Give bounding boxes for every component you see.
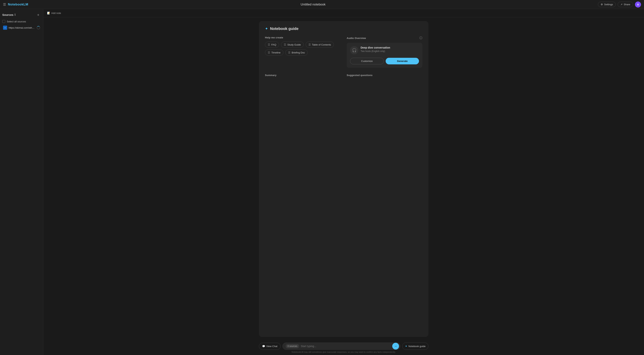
chat-bar-wrapper: 💬 View Chat 0 sources → ✦ Notebook guide… (43, 341, 644, 355)
briefing-doc-icon: ☰ (288, 51, 290, 54)
topbar-left: ☰ NotebookLM (3, 2, 28, 6)
chip-timeline-label: Timeline (271, 51, 280, 54)
audio-card-title: Deep dive conversation (360, 46, 419, 49)
chip-briefing-doc[interactable]: ☰ Briefing Doc (285, 49, 308, 55)
summary-label: Summary (265, 74, 341, 77)
help-me-create-label: Help me create (265, 36, 341, 39)
loading-spinner (37, 26, 40, 29)
audio-card-actions: Customize Generate (350, 58, 419, 64)
generate-button[interactable]: Generate (386, 58, 419, 64)
audio-overview-label: Audio Overview (347, 37, 366, 39)
chat-input[interactable] (301, 343, 392, 350)
audio-card-subtitle: Two hosts (English only) (360, 50, 419, 52)
add-source-button[interactable]: ＋ (36, 12, 41, 17)
guide-left: Help me create ☰ FAQ ☰ Study Guide (265, 36, 341, 68)
guide-title: ✦ Notebook guide (265, 26, 422, 31)
share-label: Share (624, 3, 630, 6)
sources-badge[interactable]: 0 sources (286, 344, 299, 348)
main-layout: Sources ℹ ＋ Select all sources ≡ https:/… (0, 9, 644, 355)
audio-overview-header: Audio Overview ⓘ (347, 36, 422, 40)
disclaimer: NotebookLM may still sometimes give inac… (47, 350, 640, 354)
settings-button[interactable]: ⚙ Settings (598, 2, 616, 7)
select-all-label: Select all sources (7, 20, 26, 23)
note-icon: 📝 (47, 12, 50, 14)
guide-card: ✦ Notebook guide Help me create ☰ FAQ (259, 21, 428, 337)
chat-bar: 💬 View Chat 0 sources → ✦ Notebook guide (259, 343, 428, 350)
menu-icon[interactable]: ☰ (3, 2, 6, 6)
chip-timeline[interactable]: ☰ Timeline (265, 49, 284, 55)
share-icon: ↗ (620, 3, 622, 6)
audio-info-button[interactable]: ⓘ (419, 36, 422, 40)
audio-card: 🎧 Deep dive conversation Two hosts (Engl… (347, 43, 422, 68)
sidebar-sources-label: Sources ℹ (2, 13, 16, 16)
table-of-contents-icon: ☰ (308, 43, 311, 46)
summary-col: Summary (265, 74, 341, 79)
chip-briefing-doc-label: Briefing Doc (292, 51, 305, 54)
faq-icon: ☰ (268, 43, 270, 46)
chat-input-wrapper: 0 sources → (282, 343, 400, 350)
suggested-questions-col: Suggested questions (347, 74, 422, 79)
guide-bottom-row: Summary Suggested questions (265, 74, 422, 79)
sources-info-icon[interactable]: ℹ (14, 13, 16, 16)
chip-table-of-contents-label: Table of Contents (312, 43, 331, 46)
source-item[interactable]: ≡ https://skimai.com/who... (1, 24, 42, 31)
source-doc-icon: ≡ (3, 25, 7, 30)
content-area: 📝 Add note ✦ Notebook guide Help me crea… (43, 9, 644, 355)
sparkle-icon: ✦ (265, 26, 268, 31)
select-all-row: Select all sources (0, 19, 43, 24)
sidebar: Sources ℹ ＋ Select all sources ≡ https:/… (0, 9, 43, 355)
add-note-label: Add note (51, 12, 61, 14)
suggested-questions-label: Suggested questions (347, 74, 422, 77)
select-all-checkbox[interactable] (2, 20, 5, 23)
chip-study-guide[interactable]: ☰ Study Guide (281, 42, 304, 48)
audio-card-top: 🎧 Deep dive conversation Two hosts (Engl… (350, 46, 419, 54)
add-note-button[interactable]: 📝 Add note (47, 11, 61, 15)
notebook-guide-panel: ✦ Notebook guide Help me create ☰ FAQ (43, 17, 644, 341)
send-button[interactable]: → (392, 343, 399, 350)
info-icon: ⓘ (419, 36, 422, 39)
guide-right: Audio Overview ⓘ 🎧 Deep dive conversatio… (347, 36, 422, 68)
timeline-icon: ☰ (268, 51, 270, 54)
topbar-right: ⚙ Settings ↗ Share A (598, 1, 641, 7)
chat-icon: 💬 (262, 345, 265, 348)
sidebar-sources-header: Sources ℹ ＋ (0, 11, 43, 19)
create-chips: ☰ FAQ ☰ Study Guide ☰ Table of Contents (265, 42, 341, 55)
study-guide-icon: ☰ (284, 43, 286, 46)
send-icon: → (394, 345, 397, 348)
topbar: ☰ NotebookLM Untitled notebook ⚙ Setting… (0, 0, 644, 9)
settings-label: Settings (604, 3, 613, 6)
chip-table-of-contents[interactable]: ☰ Table of Contents (306, 42, 334, 48)
sources-label: Sources (2, 13, 13, 16)
customize-button[interactable]: Customize (350, 58, 384, 64)
sparkle-chip-icon: ✦ (405, 345, 407, 348)
notebook-title[interactable]: Untitled notebook (28, 3, 598, 6)
source-name: https://skimai.com/who... (9, 26, 35, 29)
chip-faq-label: FAQ (271, 43, 276, 46)
add-note-bar: 📝 Add note (43, 9, 644, 17)
notebook-guide-chip[interactable]: ✦ Notebook guide (402, 343, 428, 350)
brand-name: NotebookLM (8, 3, 28, 6)
share-button[interactable]: ↗ Share (618, 2, 633, 7)
add-icon: ＋ (36, 12, 40, 17)
audio-card-text: Deep dive conversation Two hosts (Englis… (360, 46, 419, 52)
notebook-guide-chip-label: Notebook guide (408, 345, 426, 348)
podcast-icon: 🎧 (350, 46, 358, 54)
chip-faq[interactable]: ☰ FAQ (265, 42, 279, 48)
view-chat-label: View Chat (266, 345, 277, 348)
avatar[interactable]: A (635, 1, 641, 7)
view-chat-button[interactable]: 💬 View Chat (259, 343, 280, 350)
chip-study-guide-label: Study Guide (287, 43, 301, 46)
guide-title-text: Notebook guide (270, 26, 298, 31)
guide-two-col: Help me create ☰ FAQ ☰ Study Guide (265, 36, 422, 68)
gear-icon: ⚙ (601, 3, 603, 6)
